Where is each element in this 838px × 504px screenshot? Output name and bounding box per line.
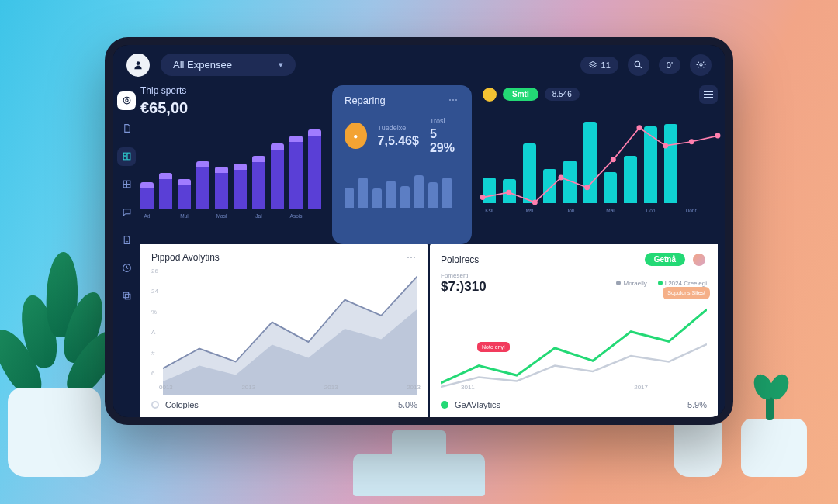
monitor-stand: [353, 454, 485, 496]
svg-point-16: [611, 157, 616, 162]
politics-sub-label: Fomesertl: [441, 272, 487, 279]
metric1-label: Tuedeixe: [378, 124, 419, 132]
svg-point-17: [636, 125, 642, 130]
decorative-plant: [0, 221, 113, 477]
analytics-foot-dot-icon: [151, 401, 159, 409]
chevron-down-icon: ▾: [279, 60, 283, 70]
analytics-menu[interactable]: ⋯: [407, 252, 417, 263]
settings-icon: [696, 60, 706, 70]
svg-point-3: [125, 99, 127, 102]
svg-point-13: [532, 199, 538, 205]
combo-menu-button[interactable]: [699, 85, 718, 104]
metric1-value: 7,5.46$: [378, 134, 419, 148]
sidebar-item-copy[interactable]: [117, 287, 136, 306]
chat-icon: [122, 207, 132, 217]
metric2-value: 5 29%: [430, 127, 459, 155]
decorative-planter: [741, 419, 807, 477]
politics-x-axis: 30112017: [461, 384, 648, 391]
analytics-foot-value: 5.0%: [398, 400, 417, 409]
svg-point-20: [715, 133, 720, 138]
spending-x-axis: AdMulMaslJalAsois: [140, 213, 321, 219]
politics-action-button[interactable]: Getnå: [645, 253, 685, 266]
sidebar-item-doc[interactable]: [117, 119, 136, 138]
sidebar-item-file[interactable]: [117, 231, 136, 250]
chip-yellow-icon: [483, 88, 497, 102]
sidebar-item-chat[interactable]: [117, 203, 136, 222]
svg-rect-9: [125, 294, 130, 299]
count-pill[interactable]: 11: [580, 57, 618, 74]
svg-rect-5: [127, 153, 130, 160]
svg-point-14: [558, 174, 563, 180]
svg-point-18: [663, 143, 668, 148]
document-icon: [122, 123, 132, 133]
topbar: All Expensee ▾ 11 0': [113, 45, 725, 85]
layers-icon: [588, 60, 597, 70]
chip-green-label: Smtl: [512, 90, 529, 98]
svg-rect-10: [123, 292, 129, 298]
sidebar-item-grid[interactable]: [117, 175, 136, 194]
user-icon: [133, 60, 144, 71]
notification-count: 0': [667, 60, 673, 70]
metric2-label: Trosl: [430, 117, 459, 125]
sidebar-item-clock[interactable]: [117, 259, 136, 278]
card-spending-title: Thip sperts: [140, 85, 321, 96]
grid-icon: [122, 179, 132, 189]
notification-pill[interactable]: 0': [659, 57, 680, 74]
chip-value: 8.546: [545, 88, 580, 101]
svg-point-11: [480, 195, 486, 200]
decorative-cup: [674, 423, 722, 477]
svg-point-2: [123, 97, 130, 104]
politics-foot-dot-icon: [441, 401, 448, 409]
search-button[interactable]: [628, 54, 649, 76]
chip-value-text: 8.546: [552, 90, 572, 98]
card-reporting-title: Reparing: [345, 95, 386, 106]
legend-b: L2024: [665, 280, 682, 287]
search-icon: [633, 60, 643, 70]
dropdown-label: All Expensee: [173, 59, 232, 71]
combo-chart: [483, 118, 718, 203]
reporting-mini-chart: [345, 167, 459, 208]
svg-rect-4: [123, 153, 126, 156]
card-reporting: Reparing ⋯ ● Tuedeixe 7,5.46$ Trosl 5 29…: [332, 85, 472, 244]
chip-green[interactable]: Smtl: [503, 88, 538, 101]
analytics-plot: [163, 263, 417, 395]
analytics-foot-label: Coloples: [165, 400, 199, 409]
politics-big-value: $7:)310: [441, 279, 487, 295]
politics-title: Pololrecs: [441, 254, 479, 265]
clock-icon: [122, 263, 132, 273]
analytics-y-axis: 2624%A#6: [151, 263, 163, 395]
expense-dropdown[interactable]: All Expensee ▾: [161, 54, 296, 76]
analytics-title: Pippod Avolytins: [151, 252, 220, 263]
svg-point-0: [635, 61, 640, 67]
svg-point-12: [506, 189, 511, 195]
metric-badge-icon: ●: [345, 123, 367, 149]
svg-point-1: [699, 64, 701, 66]
combo-chips: Smtl 8.546: [483, 85, 718, 104]
target-icon: [122, 95, 132, 105]
profile-button[interactable]: [126, 54, 150, 77]
card-spending-amount: €65,00: [140, 99, 321, 117]
card-reporting-menu[interactable]: ⋯: [448, 95, 459, 105]
politics-legend: Moraelly L2024 Creelegi: [616, 280, 707, 287]
politics-action-label: Getnå: [654, 255, 676, 264]
card-combo: Smtl 8.546 KsilMslDobMalDobDobr: [483, 85, 718, 244]
user-avatar[interactable]: [691, 252, 707, 268]
politics-foot-value: 5.9%: [687, 400, 707, 409]
svg-rect-6: [123, 157, 126, 160]
svg-point-19: [689, 139, 694, 144]
politics-foot-label: GeAVlaytics: [455, 400, 500, 409]
sidebar-rail: [113, 85, 140, 417]
spending-bar-chart: [140, 131, 321, 209]
card-politics: Pololrecs Getnå Fomesertl $7:)310 Morael…: [430, 244, 718, 417]
card-spending: Thip sperts €65,00 AdMulMaslJalAsois: [140, 85, 321, 244]
sidebar-item-target[interactable]: [117, 91, 136, 110]
app-screen: All Expensee ▾ 11 0': [113, 45, 725, 417]
file-icon: [122, 235, 132, 245]
settings-button[interactable]: [690, 54, 712, 76]
card-analytics: Pippod Avolytins ⋯ 2624%A#6 001320132013…: [140, 244, 428, 417]
sidebar-item-dash[interactable]: [117, 147, 136, 166]
copy-icon: [122, 291, 132, 301]
politics-tag: Noto enyl: [477, 342, 510, 352]
svg-point-15: [584, 185, 590, 190]
hamburger-icon: [704, 94, 713, 95]
